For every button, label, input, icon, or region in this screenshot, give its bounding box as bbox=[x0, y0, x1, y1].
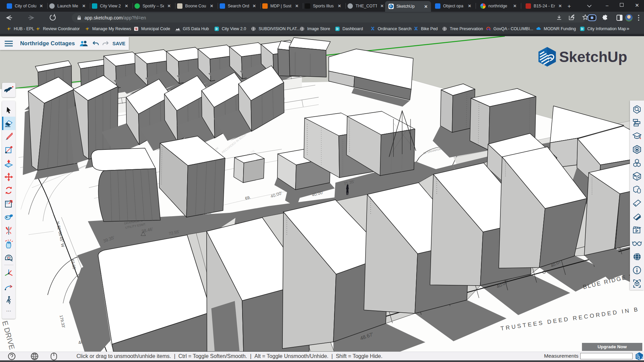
svg-text:Columbia: Columbia bbox=[175, 30, 180, 32]
svg-text:SketchUp: SketchUp bbox=[559, 49, 627, 65]
